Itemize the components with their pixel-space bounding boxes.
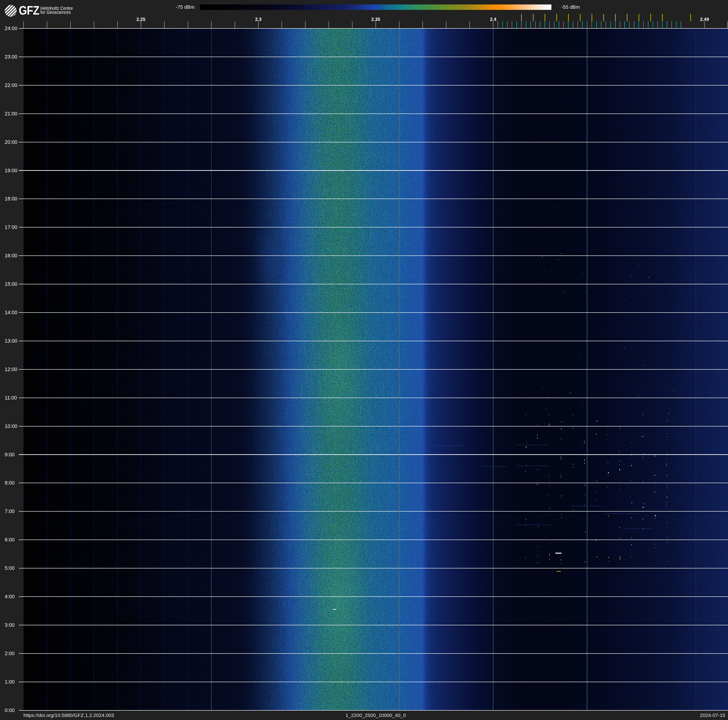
svg-text:GFZ: GFZ — [19, 5, 39, 17]
svg-text:for Geosciences: for Geosciences — [40, 10, 71, 15]
